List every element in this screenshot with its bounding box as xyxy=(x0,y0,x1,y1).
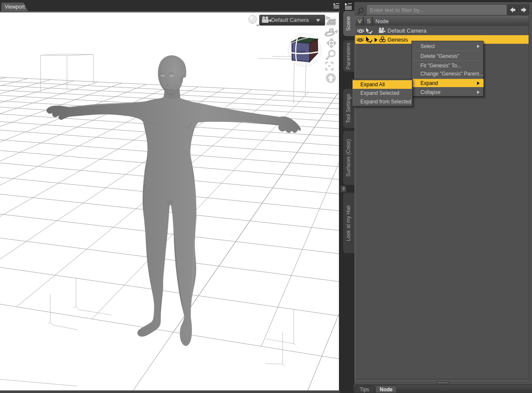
svg-text:Default Camera: Default Camera xyxy=(271,17,309,23)
